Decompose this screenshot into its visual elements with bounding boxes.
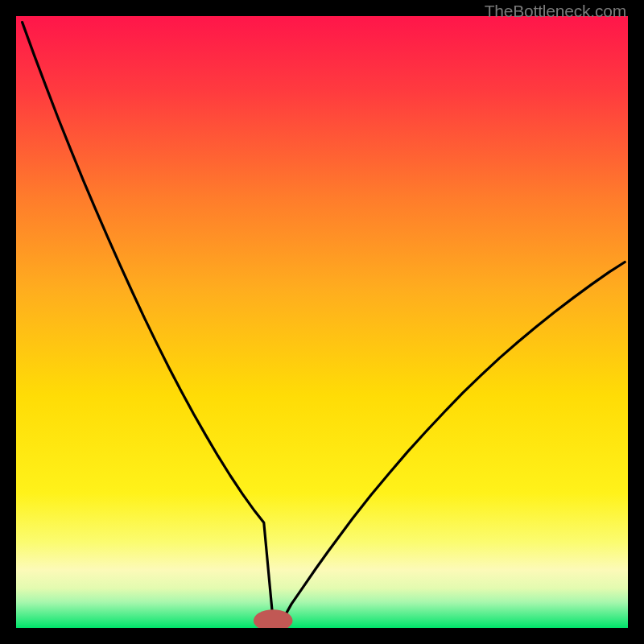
gradient-background bbox=[16, 16, 628, 628]
bottleneck-chart bbox=[16, 16, 628, 628]
chart-frame bbox=[16, 16, 628, 628]
watermark-text: TheBottleneck.com bbox=[485, 2, 626, 21]
